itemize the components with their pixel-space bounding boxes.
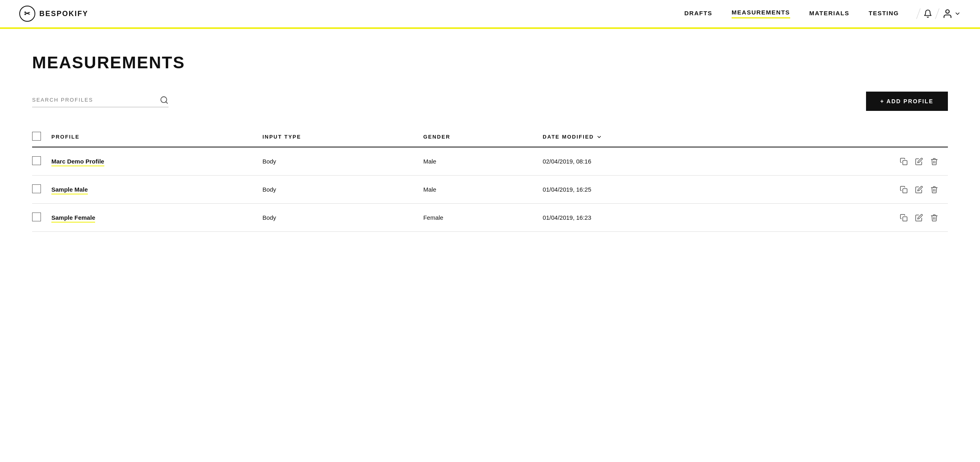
copy-icon	[900, 214, 908, 222]
user-menu-button[interactable]	[942, 8, 961, 19]
pencil-icon	[915, 214, 923, 222]
svg-rect-3	[903, 160, 907, 165]
row-date-cell: 01/04/2019, 16:23	[543, 204, 776, 232]
brand-logo[interactable]: ✂ BESPOKIFY	[19, 6, 88, 22]
main-content: MEASUREMENTS + ADD PROFILE PROFILE INPUT…	[0, 29, 980, 256]
nav-link-measurements[interactable]: MEASUREMENTS	[732, 9, 790, 18]
th-gender: GENDER	[423, 127, 543, 147]
th-input-type: INPUT TYPE	[262, 127, 423, 147]
row-checkbox-cell	[32, 204, 51, 232]
row-checkbox-marc-demo[interactable]	[32, 156, 41, 165]
page-title: MEASUREMENTS	[32, 53, 948, 72]
row-profile-cell: Marc Demo Profile	[51, 147, 262, 176]
edit-button-marc-demo[interactable]	[915, 157, 923, 166]
trash-icon	[930, 214, 938, 222]
nav-divider-2	[935, 8, 939, 19]
logo-icon: ✂	[19, 6, 35, 22]
toolbar: + ADD PROFILE	[32, 92, 948, 111]
row-actions-cell	[777, 204, 948, 232]
delete-button-sample-male[interactable]	[930, 186, 938, 194]
th-date-modified[interactable]: DATE MODIFIED	[543, 127, 776, 147]
svg-point-0	[946, 10, 950, 13]
delete-button-marc-demo[interactable]	[930, 157, 938, 166]
pencil-icon	[915, 186, 923, 194]
search-input[interactable]	[32, 97, 157, 103]
row-gender-cell: Female	[423, 204, 543, 232]
pencil-icon	[915, 157, 923, 166]
navbar: ✂ BESPOKIFY DRAFTS MEASUREMENTS MATERIAL…	[0, 0, 980, 29]
row-checkbox-sample-female[interactable]	[32, 213, 41, 221]
copy-button-sample-male[interactable]	[900, 186, 908, 194]
row-input-type-cell: Body	[262, 147, 423, 176]
edit-button-sample-female[interactable]	[915, 214, 923, 222]
sort-desc-icon	[596, 134, 602, 140]
nav-links: DRAFTS MEASUREMENTS MATERIALS TESTING	[684, 9, 899, 18]
table-row: Marc Demo Profile Body Male 02/04/2019, …	[32, 147, 948, 176]
nav-link-testing[interactable]: TESTING	[868, 10, 899, 18]
profile-link-sample-female[interactable]: Sample Female	[51, 214, 95, 223]
row-checkbox-sample-male[interactable]	[32, 184, 41, 193]
profile-link-sample-male[interactable]: Sample Male	[51, 186, 88, 194]
bell-icon	[923, 9, 932, 18]
search-button[interactable]	[160, 96, 169, 104]
svg-line-2	[166, 102, 167, 103]
copy-button-sample-female[interactable]	[900, 214, 908, 222]
table-body: Marc Demo Profile Body Male 02/04/2019, …	[32, 147, 948, 232]
search-icon	[160, 96, 169, 104]
th-actions	[777, 127, 948, 147]
svg-rect-4	[903, 188, 907, 193]
row-actions-cell	[777, 147, 948, 176]
row-profile-cell: Sample Male	[51, 176, 262, 204]
profiles-table: PROFILE INPUT TYPE GENDER DATE MODIFIED	[32, 127, 948, 232]
th-profile: PROFILE	[51, 127, 262, 147]
trash-icon	[930, 186, 938, 194]
copy-icon	[900, 186, 908, 194]
profile-link-marc-demo[interactable]: Marc Demo Profile	[51, 158, 104, 166]
nav-divider-1	[916, 8, 921, 19]
row-gender-cell: Male	[423, 147, 543, 176]
svg-rect-5	[903, 217, 907, 221]
row-input-type-cell: Body	[262, 204, 423, 232]
th-select-all	[32, 127, 51, 147]
row-date-cell: 02/04/2019, 08:16	[543, 147, 776, 176]
brand-name: BESPOKIFY	[39, 10, 88, 18]
row-date-cell: 01/04/2019, 16:25	[543, 176, 776, 204]
row-actions-cell	[777, 176, 948, 204]
table-row: Sample Male Body Male 01/04/2019, 16:25	[32, 176, 948, 204]
search-wrapper	[32, 96, 169, 107]
trash-icon	[930, 157, 938, 166]
edit-button-sample-male[interactable]	[915, 186, 923, 194]
delete-button-sample-female[interactable]	[930, 214, 938, 222]
row-profile-cell: Sample Female	[51, 204, 262, 232]
row-checkbox-cell	[32, 147, 51, 176]
row-checkbox-cell	[32, 176, 51, 204]
notification-bell-button[interactable]	[923, 9, 932, 18]
chevron-down-icon	[954, 10, 961, 17]
nav-icons	[918, 8, 961, 19]
nav-link-materials[interactable]: MATERIALS	[809, 10, 850, 18]
row-input-type-cell: Body	[262, 176, 423, 204]
table-row: Sample Female Body Female 01/04/2019, 16…	[32, 204, 948, 232]
copy-icon	[900, 157, 908, 166]
row-gender-cell: Male	[423, 176, 543, 204]
nav-link-drafts[interactable]: DRAFTS	[684, 10, 712, 18]
user-icon	[942, 8, 953, 19]
select-all-checkbox[interactable]	[32, 132, 41, 141]
add-profile-button[interactable]: + ADD PROFILE	[866, 92, 948, 111]
table-header: PROFILE INPUT TYPE GENDER DATE MODIFIED	[32, 127, 948, 147]
copy-button-marc-demo[interactable]	[900, 157, 908, 166]
